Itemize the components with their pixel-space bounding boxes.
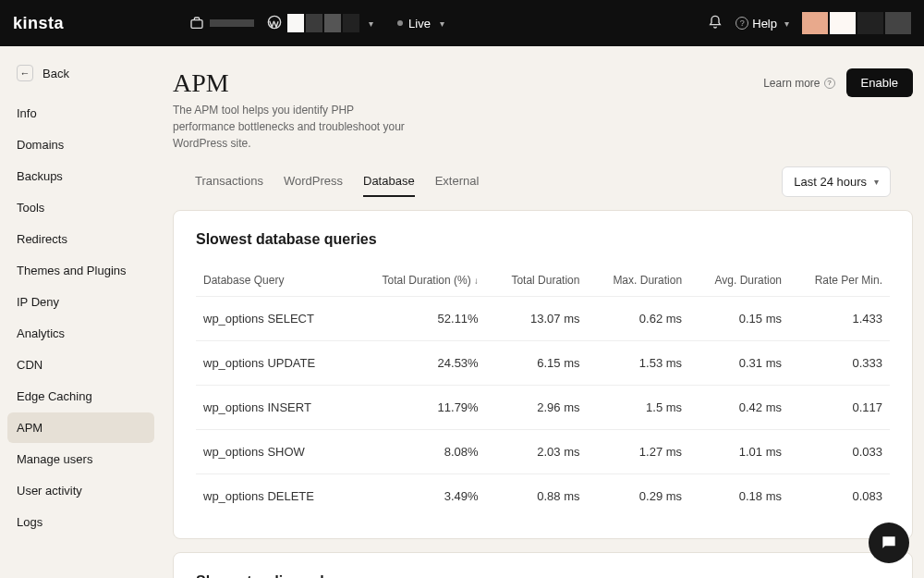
page-title: APM xyxy=(173,68,413,98)
topbar-left: ▾ Live ▾ xyxy=(189,14,444,32)
site-switcher[interactable]: ▾ xyxy=(267,14,373,32)
table-cell: 0.88 ms xyxy=(486,474,588,519)
table-cell: 1.01 ms xyxy=(689,430,789,474)
sort-arrow-icon: ↓ xyxy=(474,276,479,286)
table-cell: 0.29 ms xyxy=(587,474,689,519)
notifications-button[interactable] xyxy=(708,15,723,32)
chat-icon xyxy=(880,534,898,552)
sidebar-item-apm[interactable]: APM xyxy=(7,412,154,443)
column-header[interactable]: Max. Duration xyxy=(587,264,689,297)
table-cell: wp_options SHOW xyxy=(196,430,350,474)
environment-label: Live xyxy=(408,17,431,31)
chevron-down-icon: ▾ xyxy=(369,18,373,29)
topbar-right: ? Help ▾ xyxy=(708,12,911,34)
time-range-select[interactable]: Last 24 hours ▾ xyxy=(782,166,891,197)
site-name-redacted xyxy=(287,14,359,32)
table-row[interactable]: wp_options DELETE3.49%0.88 ms0.29 ms0.18… xyxy=(196,474,890,519)
environment-switcher[interactable]: Live ▾ xyxy=(397,17,444,31)
table-cell: 8.08% xyxy=(350,430,485,474)
chevron-down-icon: ▾ xyxy=(784,18,789,29)
sidebar-item-info[interactable]: Info xyxy=(7,98,154,129)
sidebar-item-redirects[interactable]: Redirects xyxy=(7,224,154,254)
column-header[interactable]: Avg. Duration xyxy=(689,264,789,297)
tab-external[interactable]: External xyxy=(435,166,480,197)
sidebar-item-edge-caching[interactable]: Edge Caching xyxy=(7,381,154,412)
slowest-queries-card: Slowest database queries Database QueryT… xyxy=(173,210,913,539)
table-cell: 0.18 ms xyxy=(689,474,789,519)
table-row[interactable]: wp_options INSERT11.79%2.96 ms1.5 ms0.42… xyxy=(196,386,890,430)
table-cell: 24.53% xyxy=(350,341,485,386)
queries-table: Database QueryTotal Duration (%)↓Total D… xyxy=(196,264,890,518)
briefcase-icon xyxy=(189,16,204,31)
learn-more-link[interactable]: Learn more ? xyxy=(763,77,834,90)
arrow-left-icon: ← xyxy=(17,65,33,81)
table-row[interactable]: wp_options UPDATE24.53%6.15 ms1.53 ms0.3… xyxy=(196,341,890,386)
table-row[interactable]: wp_options SELECT52.11%13.07 ms0.62 ms0.… xyxy=(196,297,890,341)
help-label: Help xyxy=(752,17,777,31)
column-header[interactable]: Total Duration (%)↓ xyxy=(350,264,485,297)
help-menu[interactable]: ? Help ▾ xyxy=(736,17,789,31)
help-icon: ? xyxy=(736,17,748,30)
table-cell: wp_options SELECT xyxy=(196,297,350,341)
table-cell: wp_options UPDATE xyxy=(196,341,350,386)
table-cell: 3.49% xyxy=(350,474,485,519)
table-cell: 1.5 ms xyxy=(587,386,689,430)
slowest-redis-card: Slowest redis cache xyxy=(173,552,913,578)
table-row[interactable]: wp_options SHOW8.08%2.03 ms1.27 ms1.01 m… xyxy=(196,430,890,474)
tab-database[interactable]: Database xyxy=(363,166,415,197)
wordpress-icon xyxy=(267,15,282,32)
table-cell: 0.15 ms xyxy=(689,297,789,341)
time-range-label: Last 24 hours xyxy=(794,175,867,189)
chevron-down-icon: ▾ xyxy=(874,177,879,187)
card-title: Slowest redis cache xyxy=(196,573,890,578)
table-cell: 11.79% xyxy=(350,386,485,430)
status-dot-icon xyxy=(397,20,403,26)
table-cell: 1.27 ms xyxy=(587,430,689,474)
table-cell: 0.033 xyxy=(789,430,890,474)
column-header[interactable]: Database Query xyxy=(196,264,350,297)
table-cell: 13.07 ms xyxy=(486,297,588,341)
tab-transactions[interactable]: Transactions xyxy=(195,166,263,197)
column-header[interactable]: Total Duration xyxy=(486,264,588,297)
learn-more-label: Learn more xyxy=(763,77,820,90)
card-title: Slowest database queries xyxy=(196,231,890,248)
table-cell: 2.96 ms xyxy=(486,386,588,430)
chat-button[interactable] xyxy=(869,523,909,563)
sidebar-item-themes-and-plugins[interactable]: Themes and Plugins xyxy=(7,255,154,286)
sidebar-item-domains[interactable]: Domains xyxy=(7,129,154,160)
chevron-down-icon: ▾ xyxy=(440,18,444,29)
topbar: kinsta ▾ Live ▾ ? Help ▾ xyxy=(0,0,924,46)
table-cell: 1.53 ms xyxy=(587,341,689,386)
table-cell: 6.15 ms xyxy=(486,341,588,386)
table-cell: 0.62 ms xyxy=(587,297,689,341)
table-cell: 0.083 xyxy=(789,474,890,519)
tab-row: TransactionsWordPressDatabaseExternal La… xyxy=(173,163,913,197)
back-button[interactable]: ← Back xyxy=(7,57,154,89)
table-cell: 52.11% xyxy=(350,297,485,341)
sidebar-item-tools[interactable]: Tools xyxy=(7,192,154,223)
help-icon: ? xyxy=(824,78,835,89)
table-cell: 0.31 ms xyxy=(689,341,789,386)
table-cell: wp_options INSERT xyxy=(196,386,350,430)
sidebar-item-manage-users[interactable]: Manage users xyxy=(7,444,154,474)
table-cell: 1.433 xyxy=(789,297,890,341)
sidebar-item-analytics[interactable]: Analytics xyxy=(7,318,154,349)
company-name-redacted xyxy=(210,19,254,27)
company-switcher[interactable] xyxy=(189,16,254,31)
svg-rect-0 xyxy=(191,20,202,29)
enable-button[interactable]: Enable xyxy=(846,68,913,97)
sidebar: ← Back InfoDomainsBackupsToolsRedirectsT… xyxy=(0,46,162,578)
sidebar-item-backups[interactable]: Backups xyxy=(7,161,154,191)
sidebar-item-cdn[interactable]: CDN xyxy=(7,350,154,380)
table-cell: 0.333 xyxy=(789,341,890,386)
table-cell: 0.117 xyxy=(789,386,890,430)
logo[interactable]: kinsta xyxy=(13,14,64,33)
sidebar-item-ip-deny[interactable]: IP Deny xyxy=(7,287,154,317)
account-menu[interactable] xyxy=(802,12,911,34)
page-description: The APM tool helps you identify PHP perf… xyxy=(173,102,413,152)
table-cell: 0.42 ms xyxy=(689,386,789,430)
sidebar-item-logs[interactable]: Logs xyxy=(7,507,154,537)
sidebar-item-user-activity[interactable]: User activity xyxy=(7,475,154,506)
tab-wordpress[interactable]: WordPress xyxy=(284,166,343,197)
column-header[interactable]: Rate Per Min. xyxy=(789,264,890,297)
